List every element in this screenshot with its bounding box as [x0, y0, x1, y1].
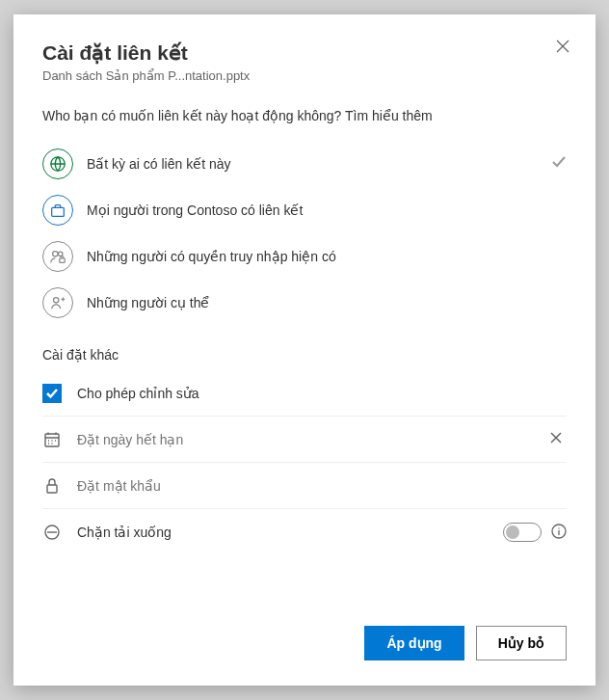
svg-point-5 [54, 298, 59, 303]
block-icon [42, 523, 62, 542]
people-add-icon [42, 287, 73, 318]
checkbox-checked-icon[interactable] [42, 384, 62, 403]
lock-icon [42, 476, 62, 496]
option-specific-people[interactable]: Những người cụ thể [42, 280, 567, 326]
info-button[interactable] [551, 524, 567, 542]
setting-label: Chặn tải xuống [77, 525, 503, 540]
close-button[interactable] [551, 36, 574, 59]
link-settings-dialog: Cài đặt liên kết Danh sách Sản phẩm P...… [13, 14, 596, 686]
svg-point-2 [53, 252, 58, 256]
prompt-text: Who bạn có muốn liên kết này hoạt động k… [42, 108, 341, 123]
option-label: Mọi người trong Contoso có liên kết [87, 202, 567, 218]
option-label: Những người cụ thể [87, 295, 567, 310]
svg-rect-1 [52, 207, 65, 216]
setting-password[interactable] [42, 463, 567, 509]
learn-more-link[interactable]: Tìm hiểu thêm [345, 108, 433, 123]
scope-prompt: Who bạn có muốn liên kết này hoạt động k… [42, 108, 567, 123]
option-organization[interactable]: Mọi người trong Contoso có liên kết [42, 187, 567, 233]
other-settings-title: Cài đặt khác [42, 347, 567, 363]
close-icon [555, 39, 570, 54]
setting-label: Cho phép chỉnh sửa [77, 386, 567, 401]
setting-expiration[interactable] [42, 417, 567, 463]
setting-block-download: Chặn tải xuống [42, 509, 567, 555]
block-download-toggle[interactable] [503, 523, 542, 542]
svg-point-3 [58, 252, 62, 256]
setting-allow-editing[interactable]: Cho phép chỉnh sửa [42, 370, 567, 417]
calendar-icon [42, 430, 62, 449]
clear-expiry-button[interactable] [545, 427, 567, 451]
dialog-footer: Áp dụng Hủy bỏ [364, 626, 567, 660]
expiration-input[interactable] [77, 432, 545, 447]
option-anyone[interactable]: Bất kỳ ai có liên kết này [42, 141, 567, 187]
briefcase-icon [42, 195, 73, 226]
dialog-title: Cài đặt liên kết [42, 41, 567, 65]
option-label: Những người có quyền truy nhập hiện có [87, 249, 567, 264]
people-lock-icon [42, 241, 73, 272]
option-existing-access[interactable]: Những người có quyền truy nhập hiện có [42, 233, 567, 280]
cancel-button[interactable]: Hủy bỏ [476, 626, 567, 660]
svg-rect-7 [47, 485, 57, 493]
file-name: Danh sách Sản phẩm P...ntation.pptx [42, 68, 567, 83]
option-label: Bất kỳ ai có liên kết này [87, 156, 551, 172]
apply-button[interactable]: Áp dụng [364, 626, 463, 660]
globe-icon [42, 148, 73, 179]
password-input[interactable] [77, 478, 567, 494]
checkmark-icon [551, 154, 567, 174]
svg-rect-4 [60, 258, 65, 263]
